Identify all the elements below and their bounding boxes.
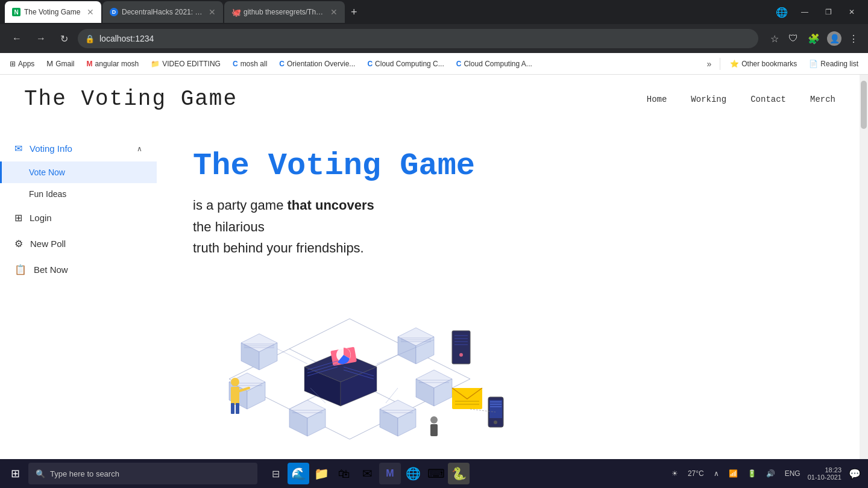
- svg-point-54: [231, 378, 239, 386]
- address-input[interactable]: 🔒 localhost:1234: [78, 29, 758, 48]
- tab-github[interactable]: 🐙 github theseregrets/The-Voting-Game-..…: [224, 1, 345, 23]
- taskbar-edge[interactable]: 🌊: [288, 463, 309, 484]
- illustration: [193, 271, 823, 459]
- bookmarks-right: » ⭐ Other bookmarks 📄 Reading list: [703, 57, 863, 70]
- sidebar-label-login: Login: [30, 213, 52, 223]
- taskbar-vscode[interactable]: ⌨: [425, 463, 447, 484]
- taskbar-volume-icon[interactable]: 🔊: [764, 468, 778, 479]
- browser-menu-button[interactable]: ⋮: [846, 31, 861, 47]
- bookmark-apps[interactable]: ⊞ Apps: [5, 58, 39, 70]
- sidebar-item-voting-info[interactable]: ✉ Voting Info ∧: [0, 136, 157, 161]
- profile-avatar[interactable]: 👤: [827, 31, 841, 46]
- taskbar-chrome[interactable]: 🌐: [402, 463, 424, 484]
- taskbar-explorer[interactable]: 📁: [310, 463, 332, 484]
- more-bookmarks-button[interactable]: »: [703, 57, 715, 70]
- hero-subtitle: is a party game that uncovers the hilari…: [193, 195, 823, 258]
- nav-merch[interactable]: Merch: [810, 95, 835, 104]
- sidebar-item-login[interactable]: ⊞ Login: [0, 205, 157, 231]
- subtitle-line2: the hilarious: [193, 219, 265, 234]
- bookmark-angular-mosh[interactable]: M angular mosh: [82, 58, 144, 70]
- tab-title-decentralhacks: DecentralHacks 2021: Dashboard...: [122, 8, 205, 16]
- sidebar-submenu: Vote Now Fun Ideas: [0, 161, 157, 205]
- bookmark-orientation[interactable]: C Orientation Overvie...: [274, 58, 360, 70]
- bookmark-cloud1[interactable]: C Cloud Computing C...: [362, 58, 448, 70]
- hero-title: The Voting Game: [193, 148, 823, 185]
- bookmark-star-button[interactable]: ☆: [768, 31, 781, 47]
- back-button[interactable]: ←: [7, 30, 27, 48]
- shield-button[interactable]: 🛡: [786, 31, 800, 46]
- tab-decentralhacks[interactable]: D DecentralHacks 2021: Dashboard... ✕: [102, 1, 223, 23]
- sidebar-item-fun-ideas[interactable]: Fun Ideas: [0, 183, 157, 205]
- bookmark-gmail-label: Gmail: [55, 60, 74, 68]
- extensions-button[interactable]: 🧩: [805, 31, 822, 47]
- hero-illustration: [193, 271, 506, 457]
- taskbar: ⊞ 🔍 Type here to search ⊟ 🌊 📁 🛍 ✉ M 🌐 ⌨ …: [0, 459, 868, 488]
- taskbar-chevron-up[interactable]: ∧: [711, 468, 722, 479]
- sidebar-label-voting-info: Voting Info: [30, 143, 72, 154]
- taskbar-teams[interactable]: M: [379, 463, 401, 484]
- forward-button[interactable]: →: [31, 30, 51, 48]
- nav-home[interactable]: Home: [647, 95, 667, 104]
- taskbar-clock[interactable]: 18:23 01-10-2021: [808, 466, 841, 481]
- tab-bar: N The Voting Game ✕ D DecentralHacks 202…: [0, 0, 868, 24]
- taskbar-python-active[interactable]: 🐍: [448, 463, 470, 484]
- address-text: localhost:1234: [99, 34, 751, 43]
- taskbar-store[interactable]: 🛍: [333, 463, 355, 484]
- svg-rect-69: [430, 424, 438, 436]
- taskbar-battery-icon[interactable]: 🔋: [745, 468, 759, 479]
- bookmark-reading-list[interactable]: 📄 Reading list: [804, 58, 863, 70]
- minimize-button[interactable]: —: [793, 0, 817, 24]
- search-placeholder: Type here to search: [50, 469, 119, 478]
- close-button[interactable]: ✕: [840, 0, 863, 24]
- start-button[interactable]: ⊞: [5, 463, 26, 484]
- svg-rect-57: [236, 403, 239, 414]
- taskbar-weather-icon[interactable]: ☀: [669, 468, 681, 479]
- taskbar-lang: ENG: [782, 468, 803, 479]
- nav-working[interactable]: Working: [691, 95, 726, 104]
- site-main: ✉ Voting Info ∧ Vote Now Fun Ideas: [0, 124, 860, 459]
- mosh-all-icon: C: [233, 60, 238, 68]
- bookmark-separator: [720, 58, 720, 70]
- reading-list-icon: 📄: [809, 60, 818, 68]
- sidebar-item-new-poll[interactable]: ⚙ New Poll: [0, 231, 157, 257]
- nav-contact[interactable]: Contact: [750, 95, 786, 104]
- taskbar-apps: ⊟ 🌊 📁 🛍 ✉ M 🌐 ⌨ 🐍: [265, 463, 470, 484]
- tab-voting-game[interactable]: N The Voting Game ✕: [5, 1, 101, 23]
- taskbar-mail[interactable]: ✉: [356, 463, 378, 484]
- taskbar-task-view[interactable]: ⊟: [265, 463, 286, 484]
- bookmark-other[interactable]: ⭐ Other bookmarks: [725, 58, 802, 70]
- browser-profile-icon[interactable]: 🌐: [771, 0, 793, 24]
- sidebar-item-vote-now[interactable]: Vote Now: [0, 161, 157, 183]
- new-poll-icon: ⚙: [14, 238, 23, 249]
- bookmark-cloud2-label: Cloud Computing A...: [464, 60, 532, 68]
- site-nav: The Voting Game Home Working Contact Mer…: [0, 75, 860, 124]
- voting-info-icon: ✉: [14, 143, 22, 154]
- cloud2-icon: C: [456, 60, 462, 68]
- tab-title-github: github theseregrets/The-Voting-Game-...: [244, 8, 327, 16]
- bookmark-mosh-all[interactable]: C mosh all: [228, 58, 272, 70]
- tab-favicon-github: 🐙: [231, 8, 240, 16]
- tab-close-github[interactable]: ✕: [330, 7, 338, 17]
- svg-point-67: [494, 421, 497, 424]
- bookmark-gmail[interactable]: M Gmail: [42, 57, 79, 70]
- bookmark-cloud2[interactable]: C Cloud Computing A...: [451, 58, 537, 70]
- svg-rect-55: [231, 387, 239, 405]
- tab-close-decentralhacks[interactable]: ✕: [209, 7, 216, 17]
- bookmark-angular-label: angular mosh: [95, 60, 139, 68]
- tab-close-voting[interactable]: ✕: [87, 7, 94, 17]
- bookmark-video-editing[interactable]: 📁 VIDEO EDITTING: [146, 58, 225, 70]
- other-bookmarks-icon: ⭐: [730, 60, 739, 68]
- taskbar-notification-icon[interactable]: 💬: [846, 466, 863, 482]
- scrollbar-thumb[interactable]: [861, 81, 867, 129]
- fun-ideas-label: Fun Ideas: [29, 189, 66, 199]
- tab-title-voting: The Voting Game: [24, 8, 83, 16]
- taskbar-search[interactable]: 🔍 Type here to search: [28, 463, 257, 484]
- maximize-button[interactable]: ❐: [817, 0, 840, 24]
- new-tab-button[interactable]: +: [346, 4, 362, 21]
- taskbar-network-icon[interactable]: 📶: [726, 468, 740, 479]
- scrollbar[interactable]: [860, 75, 868, 459]
- refresh-button[interactable]: ↻: [55, 30, 73, 48]
- chevron-up-icon: ∧: [137, 145, 142, 153]
- sidebar-item-bet-now[interactable]: 📋 Bet Now: [0, 257, 157, 283]
- sidebar-label-bet-now: Bet Now: [34, 264, 68, 275]
